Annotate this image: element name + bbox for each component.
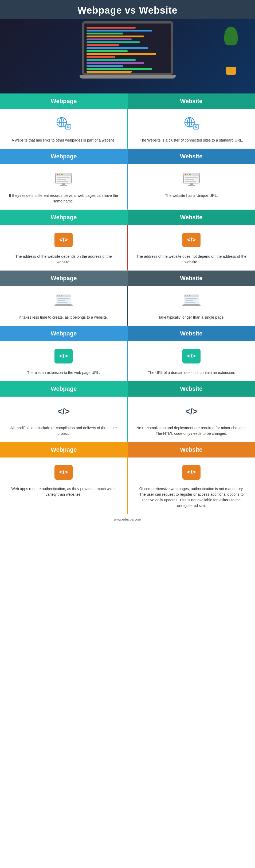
header-right-label-4: Website <box>180 330 202 337</box>
header-right-3: Website <box>128 271 255 286</box>
content-row-1: If they reside in different records, sev… <box>0 164 255 210</box>
header-right-4: Website <box>128 326 255 341</box>
svg-rect-41 <box>57 302 68 303</box>
icon-right-0 <box>181 114 202 133</box>
content-right-2: </> The address of the website does not … <box>128 225 255 271</box>
svg-rect-42 <box>55 305 73 306</box>
svg-point-16 <box>57 174 59 175</box>
text-right-1: The website has a Unique URL. <box>165 193 218 198</box>
plant-pot <box>226 67 236 75</box>
svg-point-37 <box>59 296 60 297</box>
section-5: Webpage Website </> All modifications in… <box>0 381 255 442</box>
header-left-label-4: Webpage <box>51 330 76 337</box>
svg-point-38 <box>61 296 62 297</box>
header-left-6: Webpage <box>0 442 128 458</box>
svg-rect-31 <box>185 181 196 182</box>
header-right-label-6: Website <box>180 446 202 453</box>
header-left-3: Webpage <box>0 271 128 286</box>
svg-point-27 <box>187 174 189 175</box>
svg-rect-49 <box>185 300 193 301</box>
header-right-label-3: Website <box>180 275 202 281</box>
content-right-6: </> Of comprehensive web pages, authenti… <box>128 458 255 514</box>
header-right-2: Website <box>128 210 255 225</box>
svg-point-26 <box>185 174 186 175</box>
text-right-4: The URL of a domain does not contain an … <box>148 370 235 375</box>
header-left-0: Webpage <box>0 93 128 109</box>
header-left-label-2: Webpage <box>51 214 76 221</box>
header-right-label-5: Website <box>180 385 202 392</box>
header-right-label-1: Website <box>180 153 202 160</box>
icon-left-0 <box>53 114 74 133</box>
icon-right-2: </> <box>181 230 202 249</box>
svg-rect-19 <box>57 177 70 178</box>
svg-rect-23 <box>60 185 67 186</box>
header-right-5: Website <box>128 381 255 397</box>
svg-rect-20 <box>57 179 66 180</box>
header-left-label-5: Webpage <box>51 385 76 392</box>
section-3: Webpage Website It takes less time to cr… <box>0 271 255 326</box>
text-left-1: If they reside in different records, sev… <box>8 193 119 204</box>
content-right-4: </> The URL of a domain does not contain… <box>128 341 255 381</box>
content-right-1: The website has a Unique URL. <box>128 164 255 210</box>
svg-point-45 <box>185 296 186 297</box>
content-row-4: </> There is an extension to the web pag… <box>0 341 255 381</box>
text-left-0: A website that has links to other webpag… <box>11 137 115 143</box>
section-2: Webpage Website </> The address of the w… <box>0 210 255 271</box>
content-row-3: It takes less time to create, as it belo… <box>0 286 255 326</box>
svg-rect-21 <box>57 181 68 182</box>
content-row-6: </> Web apps require authentication, as … <box>0 458 255 514</box>
plant-decoration <box>223 24 239 56</box>
svg-point-36 <box>57 296 59 297</box>
text-right-3: Take typically longer than a single page… <box>158 315 225 320</box>
icon-right-3 <box>181 291 202 310</box>
section-1: Webpage Website If <box>0 149 255 210</box>
icon-right-6: </> <box>181 463 202 482</box>
svg-point-17 <box>59 174 61 175</box>
svg-rect-40 <box>57 300 65 301</box>
section-4: Webpage Website </> There is an extensio… <box>0 326 255 381</box>
icon-right-5: </> <box>181 402 202 421</box>
svg-point-28 <box>189 174 191 175</box>
content-right-5: </> No re-compilation and deployment are… <box>128 397 255 442</box>
text-left-2: The address of the website depends on th… <box>8 254 119 265</box>
header-left-label-0: Webpage <box>51 98 76 104</box>
header-left-label-6: Webpage <box>51 446 76 453</box>
header-row-3: Webpage Website <box>0 271 255 286</box>
laptop-illustration <box>71 21 184 91</box>
svg-rect-33 <box>188 185 195 186</box>
page-title: Webpage vs Website <box>3 5 252 16</box>
text-right-5: No re-compilation and deployment are req… <box>136 425 247 436</box>
header-row-5: Webpage Website <box>0 381 255 397</box>
icon-left-5: </> <box>53 402 74 421</box>
svg-point-18 <box>61 174 63 175</box>
svg-rect-39 <box>57 298 70 300</box>
text-left-6: Web apps require authentication, as they… <box>8 486 119 497</box>
sections-container: Webpage Website A website that has links… <box>0 93 255 514</box>
content-row-0: A website that has links to other webpag… <box>0 109 255 149</box>
svg-rect-50 <box>185 302 195 303</box>
header-right-label-0: Website <box>180 98 202 104</box>
icon-right-4: </> <box>181 347 202 365</box>
content-row-2: </> The address of the website depends o… <box>0 225 255 271</box>
header-left-2: Webpage <box>0 210 128 225</box>
content-row-5: </> All modifications include re-compila… <box>0 397 255 442</box>
section-6: Webpage Website </> Web apps require aut… <box>0 442 255 514</box>
header-left-label-1: Webpage <box>51 153 76 160</box>
section-0: Webpage Website A website that has links… <box>0 93 255 149</box>
text-left-3: It takes less time to create, as it belo… <box>19 315 108 320</box>
header-left-label-3: Webpage <box>51 275 76 281</box>
page-title-section: Webpage vs Website <box>0 0 255 19</box>
content-right-0: The Website is a cluster of connected si… <box>128 109 255 149</box>
text-left-4: There is an extension to the web page UR… <box>27 370 100 375</box>
header-right-0: Website <box>128 93 255 109</box>
icon-left-6: </> <box>53 463 74 482</box>
icon-right-1 <box>181 169 202 188</box>
header-right-6: Website <box>128 442 255 458</box>
header-row-0: Webpage Website <box>0 93 255 109</box>
plant-leaves <box>224 27 237 45</box>
header-left-5: Webpage <box>0 381 128 397</box>
icon-left-3 <box>53 291 74 310</box>
laptop-screen <box>82 21 173 75</box>
content-left-6: </> Web apps require authentication, as … <box>0 458 128 514</box>
svg-rect-30 <box>185 179 194 180</box>
